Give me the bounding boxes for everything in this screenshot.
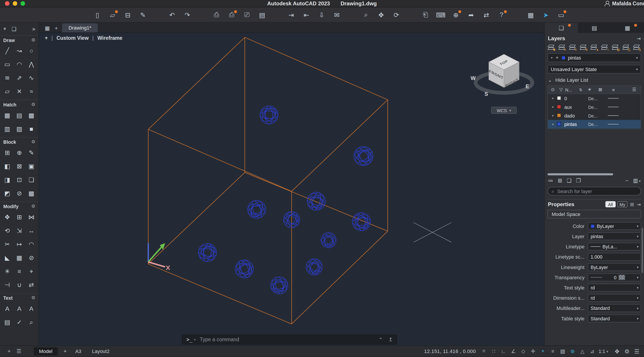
copy-icon[interactable]: ⊞ [13, 210, 25, 224]
solid-fill-icon[interactable]: ▩ [25, 108, 37, 122]
array-icon[interactable]: ▦ [13, 251, 25, 264]
text-style-icon[interactable]: ▤ [1, 315, 13, 329]
sketch-entity[interactable] [352, 212, 371, 232]
share-icon[interactable]: ↥ [388, 337, 393, 342]
markup-import-icon[interactable]: ⎗ [421, 10, 430, 20]
panel-dock-icon[interactable]: ⇥ [637, 202, 641, 207]
undo-icon[interactable]: ↶ [168, 10, 177, 20]
blocks-panel-tab[interactable]: ▤ [578, 23, 611, 33]
layers-panel-tab[interactable]: ❏ [545, 23, 578, 33]
pan-icon[interactable]: ✥ [377, 10, 386, 20]
columns-icon[interactable]: ▥▾ [633, 177, 641, 184]
layer-walk-icon[interactable]: ○ [601, 44, 608, 51]
new-property-filter-icon[interactable]: ❏ [567, 177, 572, 184]
snap-mode-toggle[interactable]: ∷ [491, 348, 497, 354]
property-value-linetype[interactable]: ByLa...▾ [588, 242, 641, 250]
layer-row-0[interactable]: ●0De... [548, 94, 641, 103]
selection-cycling-toggle[interactable]: ⊚ [569, 348, 576, 354]
palette-overflow-icon[interactable]: » [32, 26, 35, 32]
layout-tab-layout2[interactable]: Layout2 [92, 348, 110, 354]
export-dwf-icon[interactable]: ⇤ [302, 10, 311, 20]
ray-icon[interactable]: ⇗ [13, 71, 25, 85]
save-as-icon[interactable]: ✎ [138, 10, 148, 20]
rectangle-icon[interactable]: ▭ [1, 58, 13, 71]
sketch-entity[interactable] [232, 256, 257, 281]
gear-icon[interactable]: ⚙ [31, 295, 35, 300]
lineweight-column-icon[interactable]: ≡ [609, 87, 618, 92]
viewcube[interactable]: W S E TOP FRONT RIGHT [471, 54, 532, 97]
rotate-icon[interactable]: ⟲ [1, 224, 13, 237]
model-tab[interactable]: Model [34, 347, 58, 356]
3d-object-snap-toggle[interactable]: △ [579, 348, 586, 354]
layer-state-dropdown[interactable]: Unsaved Layer State ▾ [548, 65, 641, 74]
command-input[interactable]: Type a command [200, 337, 239, 342]
boundary-icon[interactable]: ▥ [1, 122, 13, 136]
layer-color-swatch[interactable] [557, 96, 561, 100]
sketch-entity[interactable] [317, 229, 340, 251]
layer-unlock-icon[interactable]: ⊡ [622, 44, 629, 51]
new-file-icon[interactable]: ▯ [93, 10, 102, 20]
ortho-mode-toggle[interactable]: ∟ [500, 348, 507, 354]
adjust-image-icon[interactable]: ❏ [25, 173, 37, 186]
batch-plot-icon[interactable]: ⎙ [227, 10, 236, 20]
layer-color-swatch[interactable] [557, 122, 561, 126]
orbit-icon[interactable]: ⟳ [392, 10, 401, 20]
layer-row-pintas[interactable]: ●pintasDe... [548, 120, 641, 129]
layer-unisolate-icon[interactable]: ✕ [569, 44, 576, 51]
command-options-icon[interactable]: ▾ [194, 338, 196, 342]
layout-menu-icon[interactable]: ☰ [14, 348, 24, 354]
gear-icon[interactable]: ⚙ [31, 37, 35, 43]
join-icon[interactable]: ∪ [13, 278, 25, 292]
sort-icon[interactable]: ⇅ [579, 88, 582, 92]
zoom-icon[interactable]: ⌕ [361, 10, 370, 20]
vertical-scrollbar[interactable] [642, 228, 643, 273]
send-feedback-icon[interactable]: ➤ [541, 10, 550, 20]
align-icon[interactable]: ⌖ [25, 264, 37, 278]
spline-icon[interactable]: ⋀ [25, 58, 37, 71]
gear-icon[interactable]: ⚙ [31, 139, 35, 144]
property-value-lineweight[interactable]: ByLayer▾ [588, 263, 641, 271]
property-value-table-style[interactable]: Standard▾ [588, 314, 641, 322]
property-value-linetype-sc[interactable]: 1.000 [588, 253, 641, 260]
page-setup-icon[interactable]: ▤ [258, 10, 267, 20]
polar-tracking-toggle[interactable]: ∠ [510, 348, 516, 354]
viewport[interactable]: W S E TOP FRONT RIGHT + | Custom View [39, 33, 544, 345]
tab-overview-icon[interactable]: ▦ [42, 23, 52, 32]
underlay-icon[interactable]: ◩ [1, 186, 13, 200]
object-snap-toggle[interactable]: ⌖ [540, 348, 546, 354]
edit-block-icon[interactable]: ✎ [25, 146, 37, 159]
layer-states-icon[interactable]: ≔ [548, 177, 553, 184]
multiline-text-icon[interactable]: A [1, 302, 13, 315]
fill-icon[interactable]: ■ [25, 122, 37, 136]
filter-all-button[interactable]: All [605, 201, 616, 208]
sketch-entity[interactable] [350, 142, 377, 170]
sketch-entity[interactable] [305, 190, 328, 212]
stretch-icon[interactable]: ↔ [25, 224, 37, 237]
close-window-button[interactable] [5, 1, 9, 6]
customize-icon[interactable]: ☰ [634, 348, 640, 354]
markup-assist-icon[interactable]: ⌨ [436, 10, 445, 20]
isometric-drafting-toggle[interactable]: ◇ [520, 348, 526, 354]
gradient-icon[interactable]: ▤ [13, 108, 25, 122]
block-editor-icon[interactable]: ▩ [25, 186, 37, 200]
new-group-filter-icon[interactable]: ⊞ [558, 177, 562, 184]
layer-row-aux[interactable]: ●auxDe... [548, 103, 641, 111]
insert-block-icon[interactable]: ⊞ [1, 146, 13, 159]
arc-icon[interactable]: ◠ [13, 58, 25, 71]
layer-color-swatch[interactable] [557, 113, 561, 117]
columns-menu-icon[interactable]: ☰ [630, 87, 638, 92]
palette-view-icon[interactable]: ❏ [12, 26, 16, 32]
workspace-switching-icon[interactable]: ⚙ [624, 348, 630, 354]
minimize-window-button[interactable] [13, 1, 17, 6]
detach-xref-icon[interactable]: ⊘ [13, 186, 25, 200]
annotation-scale-control[interactable]: 1:1 ▾ [599, 349, 608, 354]
drawing-canvas[interactable]: W S E TOP FRONT RIGHT [39, 33, 544, 345]
plot-icon[interactable]: ⎙ [212, 10, 221, 20]
point-icon[interactable]: ✕ [13, 85, 25, 98]
offset-icon[interactable]: ≡ [13, 264, 25, 278]
find-replace-icon[interactable]: ⌕ [25, 315, 37, 329]
horizontal-scrollbar[interactable] [548, 172, 641, 176]
transparency-slider[interactable] [591, 277, 602, 278]
command-line[interactable]: >_ ▾ Type a command ⌃ ↥ [182, 334, 397, 344]
layer-list-header[interactable]: ⊙ ▽ N... ⇅ ☀ ⊠ ≡ ☰ [548, 86, 641, 94]
